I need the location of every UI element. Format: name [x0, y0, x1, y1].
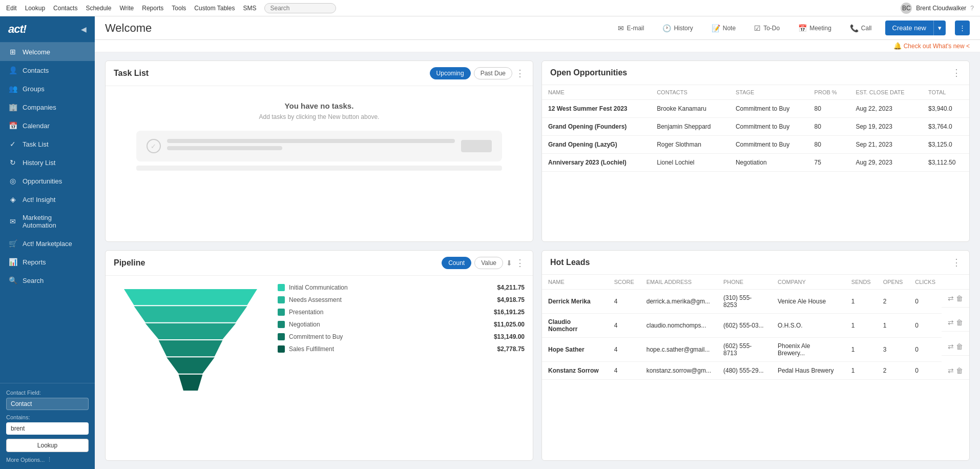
menu-custom-tables[interactable]: Custom Tables [194, 5, 235, 12]
list-item[interactable]: Derrick Merika 4 derrick.a.merika@gm... … [542, 290, 969, 314]
lead-score: 4 [608, 362, 640, 380]
menu-write[interactable]: Write [119, 5, 134, 12]
menu-tools[interactable]: Tools [172, 5, 186, 12]
menu-reports[interactable]: Reports [142, 5, 163, 12]
lead-delete-button[interactable]: 🗑 [956, 318, 963, 327]
placeholder-button [461, 140, 492, 152]
meeting-button[interactable]: 📅 Meeting [793, 22, 837, 35]
menu-sms[interactable]: SMS [243, 5, 256, 12]
create-new-group: Create new ▾ [885, 21, 946, 35]
menu-right: BC Brent Cloudwalker ? [901, 3, 974, 14]
contact-field-select[interactable]: Contact [6, 398, 89, 410]
pipeline-download-icon[interactable]: ⬇ [506, 259, 512, 267]
opportunities-table-head: NAME CONTACTS STAGE PROB % EST. CLOSE DA… [542, 85, 969, 100]
help-icon[interactable]: ? [970, 5, 974, 12]
lead-delete-button[interactable]: 🗑 [956, 366, 963, 375]
pipeline-body: Initial Communication $4,211.75 Needs As… [106, 276, 533, 405]
opp-col-name: NAME [542, 85, 651, 100]
lead-pin-button[interactable]: ⇄ [948, 294, 954, 302]
todo-button[interactable]: ☑ To-Do [749, 22, 785, 35]
sidebar-item-reports[interactable]: 📊 Reports [0, 253, 95, 271]
menu-edit[interactable]: Edit [6, 5, 17, 12]
opp-stage: Commitment to Buy [729, 100, 808, 118]
create-new-button[interactable]: Create new [885, 21, 933, 35]
sidebar-item-act-insight[interactable]: ◈ Act! Insight [0, 190, 95, 209]
menu-contacts[interactable]: Contacts [53, 5, 77, 12]
legend-value-0: $4,211.75 [497, 284, 525, 291]
sidebar-item-history-list[interactable]: ↻ History List [0, 153, 95, 172]
lead-sends: 1 [845, 338, 877, 362]
task-list-menu-button[interactable]: ⋮ [515, 68, 525, 79]
lead-pin-button[interactable]: ⇄ [948, 342, 954, 351]
lead-pin-button[interactable]: ⇄ [948, 318, 954, 327]
opportunities-menu-button[interactable]: ⋮ [952, 67, 961, 78]
create-new-caret-button[interactable]: ▾ [933, 21, 946, 35]
history-button[interactable]: 🕐 History [657, 22, 698, 35]
sidebar-item-search[interactable]: 🔍 Search [0, 271, 95, 290]
list-item[interactable]: Claudio Nomchorr 4 claudio.nomchomps... … [542, 314, 969, 338]
funnel-stage-1 [134, 306, 247, 322]
lookup-button[interactable]: Lookup [6, 439, 89, 452]
legend-color-1 [278, 296, 285, 303]
legend-color-3 [278, 321, 285, 328]
list-item[interactable]: Konstanz Sorrow 4 konstanz.sorrow@gm... … [542, 362, 969, 380]
pipeline-menu-button[interactable]: ⋮ [515, 257, 525, 269]
sidebar-item-contacts[interactable]: 👤 Contacts [0, 61, 95, 79]
sidebar-item-calendar[interactable]: 📅 Calendar [0, 116, 95, 135]
more-options-label: More Options... [6, 457, 45, 463]
lead-delete-button[interactable]: 🗑 [956, 294, 963, 302]
hot-leads-menu-button[interactable]: ⋮ [952, 257, 961, 268]
meeting-icon: 📅 [798, 24, 807, 32]
legend-label-4: Commitment to Buy [289, 333, 490, 340]
lead-pin-button[interactable]: ⇄ [948, 366, 954, 375]
funnel-stage-2 [145, 323, 236, 339]
sidebar-item-opportunities[interactable]: ◎ Opportunities [0, 172, 95, 190]
opportunities-table-body-rows: 12 West Summer Fest 2023 Brooke Kanamaru… [542, 100, 969, 172]
lead-delete-button[interactable]: 🗑 [956, 342, 963, 351]
more-actions-button[interactable]: ⋮ [955, 21, 970, 35]
legend-color-0 [278, 284, 285, 291]
pipeline-count-tab[interactable]: Count [442, 257, 471, 269]
groups-icon: 👥 [8, 85, 17, 93]
table-row[interactable]: Grand Opening (Founders) Benjamin Sheppa… [542, 118, 969, 136]
task-empty-state: You have no tasks. Add tasks by clicking… [106, 86, 533, 186]
opportunities-card: Open Opportunities ⋮ NAME CONTACTS STAGE… [541, 60, 970, 242]
opp-col-stage: STAGE [729, 85, 808, 100]
task-past-due-tab[interactable]: Past Due [474, 67, 512, 79]
placeholder-lines [167, 139, 455, 153]
sidebar-item-act-marketplace[interactable]: 🛒 Act! Marketplace [0, 234, 95, 253]
task-upcoming-tab[interactable]: Upcoming [430, 67, 471, 79]
sidebar-item-groups[interactable]: 👥 Groups [0, 79, 95, 98]
sidebar-item-task-list[interactable]: ✓ Task List [0, 135, 95, 153]
more-options[interactable]: More Options... ⋮ [6, 456, 89, 463]
table-row[interactable]: Grand Opening (LazyG) Roger Slothman Com… [542, 136, 969, 154]
sidebar-item-marketing-automation[interactable]: ✉ Marketing Automation [0, 209, 95, 234]
note-button[interactable]: 📝 Note [706, 22, 741, 35]
table-row[interactable]: 12 West Summer Fest 2023 Brooke Kanamaru… [542, 100, 969, 118]
contains-input[interactable] [6, 422, 89, 435]
act-marketplace-icon: 🛒 [8, 239, 17, 248]
sidebar-logo: act! ◀ [0, 16, 95, 43]
pipeline-value-tab[interactable]: Value [474, 257, 503, 269]
lead-name: Claudio Nomchorr [542, 314, 608, 338]
sidebar-item-companies[interactable]: 🏢 Companies [0, 98, 95, 116]
collapse-sidebar-button[interactable]: ◀ [81, 25, 87, 33]
call-button[interactable]: 📞 Call [845, 22, 877, 35]
sidebar-item-welcome[interactable]: ⊞ Welcome [0, 43, 95, 61]
whats-new-link[interactable]: Check out What's new < [904, 43, 970, 50]
funnel-stage-4 [166, 357, 215, 373]
menu-lookup[interactable]: Lookup [25, 5, 45, 12]
opportunities-title: Open Opportunities [550, 68, 627, 77]
legend-label-1: Needs Assessment [289, 296, 493, 303]
top-search-input[interactable] [264, 3, 336, 13]
lead-col-score: SCORE [608, 275, 640, 290]
list-item[interactable]: Hope Sather 4 hope.c.sather@gmail... (60… [542, 338, 969, 362]
task-empty-title: You have no tasks. [285, 101, 354, 110]
legend-value-3: $11,025.00 [494, 321, 525, 328]
contains-label: Contains: [6, 414, 89, 420]
menu-schedule[interactable]: Schedule [86, 5, 111, 12]
lead-col-phone: PHONE [717, 275, 772, 290]
table-row[interactable]: Anniversary 2023 (Lochiel) Lionel Lochie… [542, 154, 969, 172]
legend-label-0: Initial Communication [289, 284, 493, 291]
email-button[interactable]: ✉ E-mail [613, 22, 649, 35]
